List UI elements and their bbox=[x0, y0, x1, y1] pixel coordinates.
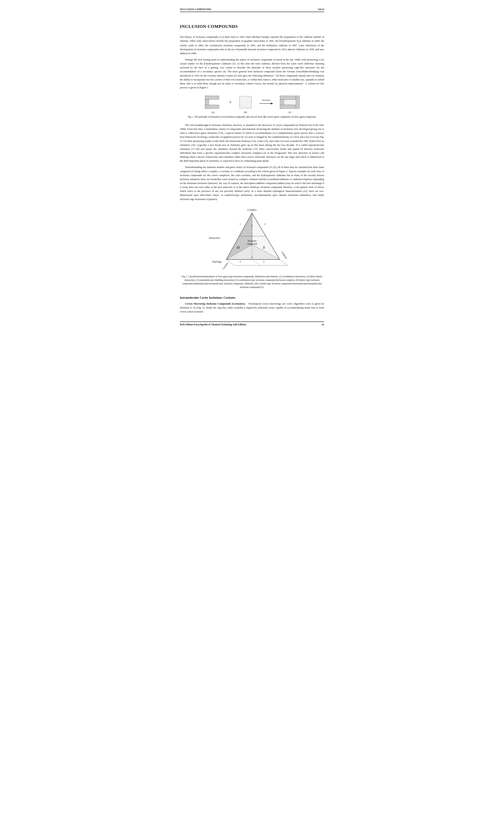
svg-text:Topology: Topology bbox=[212, 260, 222, 263]
svg-text:compound: compound bbox=[247, 243, 257, 245]
svg-text:Cavitate: Cavitate bbox=[222, 262, 229, 270]
svg-text:1: 1 bbox=[240, 223, 241, 225]
fig1-arrow-label: Inclusion bbox=[262, 99, 270, 101]
page-footer: Kirk-Othmer Encyclopedia of Chemical Tec… bbox=[180, 322, 324, 326]
svg-text:Clathrate: Clathrate bbox=[281, 251, 288, 259]
svg-rect-10 bbox=[280, 96, 296, 99]
paragraph-3: The real breakthrough in inclusion chemi… bbox=[180, 123, 324, 163]
svg-marker-7 bbox=[271, 103, 273, 104]
svg-rect-13 bbox=[296, 96, 300, 108]
fig1-arrow bbox=[259, 102, 273, 105]
svg-rect-11 bbox=[280, 105, 296, 108]
svg-rect-4 bbox=[240, 96, 251, 108]
fig2-caption: Fig. 2. Classification/nomenclature of h… bbox=[180, 275, 324, 289]
paragraph-4: Notwithstanding the immense number and g… bbox=[180, 165, 324, 201]
page-header: INCLUSION COMPOUNDS Vol 14 bbox=[180, 8, 324, 12]
paragraph-1: The history of inclusion compounds (1,2)… bbox=[180, 35, 324, 55]
svg-text:II: II bbox=[263, 246, 265, 249]
fig1-concave-host bbox=[203, 94, 223, 110]
footer-right: 61 bbox=[322, 323, 324, 326]
svg-text:I: I bbox=[251, 224, 253, 227]
fig1-label-b: (b) bbox=[244, 111, 247, 114]
paragraph-5: Crown Macroring Inclusion Compounds (Cor… bbox=[180, 302, 324, 314]
fig1-caption: Fig. 1. The principle of formation of an… bbox=[180, 116, 324, 118]
fig1-convex-guest bbox=[238, 94, 253, 110]
svg-line-43 bbox=[252, 259, 260, 265]
svg-text:III: III bbox=[237, 246, 240, 249]
svg-text:3: 3 bbox=[240, 260, 241, 263]
fig2-diagram: I II III 1 2 3 2 3 Inclusion compound Co… bbox=[202, 205, 302, 272]
svg-text:Inclusion: Inclusion bbox=[248, 240, 256, 242]
svg-rect-12 bbox=[284, 99, 295, 105]
svg-text:3: 3 bbox=[251, 256, 253, 259]
svg-rect-1 bbox=[205, 96, 219, 99]
svg-rect-2 bbox=[205, 105, 219, 108]
fig1-label-c: (c) bbox=[289, 111, 291, 114]
section-heading: Intramolecular Cavity Inclusions: Cavita… bbox=[180, 296, 324, 299]
figure-2: I II III 1 2 3 2 3 Inclusion compound Co… bbox=[180, 205, 324, 289]
header-right: Vol 14 bbox=[318, 8, 324, 11]
footer-left: Kirk-Othmer Encyclopedia of Chemical Tec… bbox=[180, 323, 246, 326]
fig1-host-guest bbox=[279, 94, 301, 110]
svg-text:2: 2 bbox=[263, 260, 265, 263]
header-left: INCLUSION COMPOUNDS bbox=[180, 8, 211, 11]
svg-text:Complex: Complex bbox=[247, 208, 257, 211]
svg-text:Interaction: Interaction bbox=[209, 236, 220, 239]
svg-text:2: 2 bbox=[264, 223, 265, 225]
paragraph-2: Perhaps the first turning point in under… bbox=[180, 58, 324, 90]
fig1-plus: + bbox=[229, 99, 232, 109]
fig1-label-a: (a) bbox=[212, 111, 215, 114]
figure-1: (a) + (b) Inclusion bbox=[180, 94, 324, 118]
svg-line-41 bbox=[280, 259, 288, 265]
subsection-heading: Crown Macroring Inclusion Compounds (Cor… bbox=[185, 302, 246, 305]
article-title: INCLUSION COMPOUNDS bbox=[180, 24, 324, 29]
